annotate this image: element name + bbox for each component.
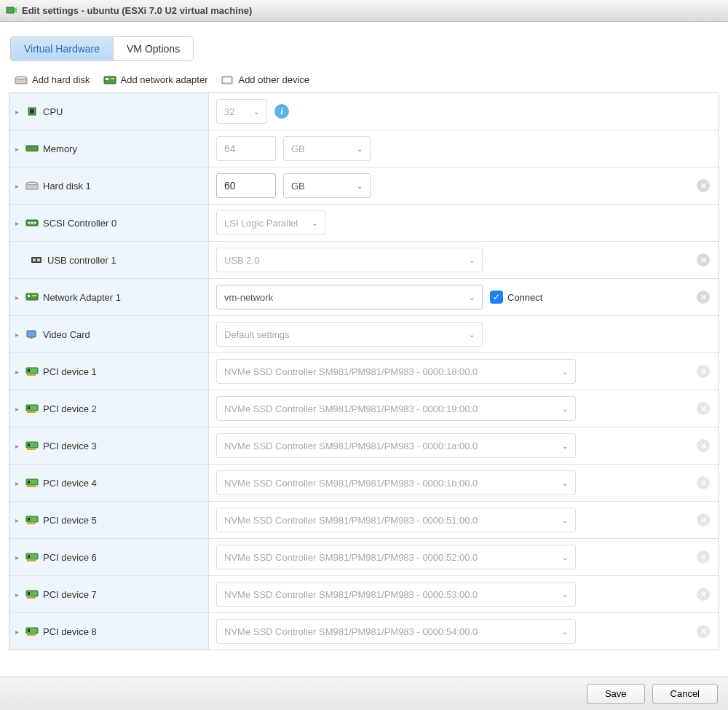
remove-pci-button[interactable]: ✕ — [697, 551, 710, 564]
row-pci-device-7: ▸PCI device 7NVMe SSD Controller SM981/P… — [9, 576, 719, 613]
network-adapter-icon — [103, 75, 116, 85]
tab-virtual-hardware[interactable]: Virtual Hardware — [11, 37, 113, 60]
pci-card-icon — [25, 403, 39, 414]
chevron-down-icon: ⌄ — [253, 108, 259, 116]
remove-pci-button[interactable]: ✕ — [697, 439, 710, 452]
memory-value-input[interactable] — [216, 136, 276, 161]
svg-rect-53 — [27, 634, 36, 636]
remove-disk-button[interactable]: ✕ — [697, 179, 710, 192]
expand-caret-icon[interactable]: ▸ — [15, 405, 21, 413]
svg-rect-52 — [28, 629, 30, 632]
svg-rect-50 — [27, 596, 36, 599]
row-cpu-label: CPU — [43, 106, 63, 117]
svg-rect-13 — [31, 151, 33, 152]
svg-point-20 — [31, 222, 33, 224]
info-icon[interactable]: i — [274, 104, 289, 119]
row-video-card: ▸ Video Card Default settings⌄ — [9, 316, 719, 353]
network-select[interactable]: vm-network⌄ — [216, 285, 483, 309]
scsi-type-select[interactable]: LSI Logic Parallel⌄ — [216, 210, 325, 235]
remove-usb-button[interactable]: ✕ — [697, 253, 710, 267]
add-other-device-button[interactable]: Add other device — [221, 74, 309, 85]
row-pci-label: PCI device 5 — [43, 515, 97, 526]
disk-size-input[interactable] — [216, 173, 276, 198]
cpu-count-select[interactable]: 32⌄ — [216, 99, 267, 124]
row-pci-device-6: ▸PCI device 6NVMe SSD Controller SM981/P… — [9, 539, 719, 576]
chevron-down-icon: ⌄ — [562, 591, 568, 599]
chevron-down-icon: ⌄ — [312, 219, 317, 227]
row-net-controls: vm-network⌄ ✓ Connect ✕ — [209, 279, 719, 315]
add-hard-disk-button[interactable]: Add hard disk — [15, 74, 90, 85]
hard-disk-icon — [25, 180, 39, 192]
pci-device-select[interactable]: NVMe SSD Controller SM981/PM981/PM983 - … — [216, 470, 576, 495]
row-pci-label: PCI device 4 — [43, 478, 97, 489]
tab-vm-options[interactable]: VM Options — [113, 37, 193, 60]
chevron-down-icon: ⌄ — [357, 145, 363, 153]
expand-caret-icon[interactable]: ▸ — [15, 219, 21, 227]
svg-rect-49 — [28, 592, 30, 595]
disk-unit-select[interactable]: GB⌄ — [283, 173, 371, 198]
remove-pci-button[interactable]: ✕ — [697, 402, 710, 415]
remove-pci-button[interactable]: ✕ — [697, 588, 710, 601]
remove-pci-button[interactable]: ✕ — [697, 625, 710, 638]
svg-rect-38 — [27, 448, 36, 450]
add-hard-disk-label: Add hard disk — [32, 74, 90, 85]
usb-type-select[interactable]: USB 2.0⌄ — [216, 248, 483, 272]
row-memory-label-cell: ▸ Memory — [9, 130, 209, 167]
expand-caret-icon[interactable]: ▸ — [15, 293, 21, 301]
svg-rect-29 — [30, 337, 33, 339]
connect-checkbox[interactable]: ✓ — [490, 291, 503, 304]
memory-icon — [25, 143, 39, 154]
save-button[interactable]: Save — [587, 684, 645, 704]
remove-pci-button[interactable]: ✕ — [697, 513, 710, 526]
expand-caret-icon[interactable]: ▸ — [15, 516, 21, 524]
pci-device-select[interactable]: NVMe SSD Controller SM981/PM981/PM983 - … — [216, 582, 576, 607]
remove-pci-button[interactable]: ✕ — [697, 365, 710, 378]
pci-device-select[interactable]: NVMe SSD Controller SM981/PM981/PM983 - … — [216, 433, 576, 458]
row-hard-disk-1: ▸ Hard disk 1 GB⌄ ✕ — [9, 167, 719, 205]
expand-caret-icon[interactable]: ▸ — [15, 553, 21, 561]
remove-network-button[interactable]: ✕ — [697, 291, 710, 304]
row-pci-label-cell: ▸PCI device 6 — [9, 539, 209, 575]
row-scsi-label-cell: ▸ SCSI Controller 0 — [9, 205, 209, 241]
row-cpu-controls: 32⌄ i — [209, 93, 719, 130]
video-settings-select[interactable]: Default settings⌄ — [216, 322, 483, 347]
expand-caret-icon[interactable]: ▸ — [15, 368, 21, 376]
svg-rect-40 — [28, 481, 30, 484]
expand-caret-icon[interactable]: ▸ — [15, 442, 21, 450]
expand-caret-icon[interactable]: ▸ — [15, 628, 21, 636]
expand-caret-icon[interactable]: ▸ — [15, 108, 21, 116]
add-network-adapter-label: Add network adapter — [121, 74, 208, 85]
hardware-table: ▸ CPU 32⌄ i ▸ Memory GB⌄ ▸ — [9, 92, 719, 650]
row-usb-label: USB controller 1 — [47, 255, 116, 266]
pci-device-select[interactable]: NVMe SSD Controller SM981/PM981/PM983 - … — [216, 545, 576, 569]
row-video-label-cell: ▸ Video Card — [9, 316, 209, 352]
row-pci-controls: NVMe SSD Controller SM981/PM981/PM983 - … — [209, 353, 719, 390]
svg-point-21 — [34, 222, 36, 224]
add-network-adapter-button[interactable]: Add network adapter — [103, 74, 208, 85]
pci-device-select[interactable]: NVMe SSD Controller SM981/PM981/PM983 - … — [216, 619, 576, 644]
row-net-label: Network Adapter 1 — [43, 292, 121, 303]
dialog-footer: Save Cancel — [0, 677, 728, 710]
pci-device-select[interactable]: NVMe SSD Controller SM981/PM981/PM983 - … — [216, 508, 576, 532]
pci-device-select[interactable]: NVMe SSD Controller SM981/PM981/PM983 - … — [216, 396, 576, 421]
svg-point-17 — [26, 182, 38, 185]
expand-caret-icon[interactable]: ▸ — [15, 145, 21, 153]
pci-card-icon — [25, 626, 39, 637]
cancel-button[interactable]: Cancel — [652, 684, 718, 704]
memory-unit-select[interactable]: GB⌄ — [283, 136, 371, 161]
expand-caret-icon[interactable]: ▸ — [15, 182, 21, 190]
row-pci-device-8: ▸PCI device 8NVMe SSD Controller SM981/P… — [9, 613, 719, 650]
pci-device-select[interactable]: NVMe SSD Controller SM981/PM981/PM983 - … — [216, 359, 576, 384]
expand-caret-icon[interactable]: ▸ — [15, 331, 21, 339]
titlebar: Edit settings - ubuntu (ESXi 7.0 U2 virt… — [0, 0, 728, 22]
remove-pci-button[interactable]: ✕ — [697, 476, 710, 489]
row-pci-controls: NVMe SSD Controller SM981/PM981/PM983 - … — [209, 465, 719, 501]
row-pci-controls: NVMe SSD Controller SM981/PM981/PM983 - … — [209, 502, 719, 538]
expand-caret-icon[interactable]: ▸ — [15, 591, 21, 599]
row-pci-label: PCI device 3 — [43, 441, 97, 451]
expand-caret-icon[interactable]: ▸ — [15, 479, 21, 487]
pci-card-icon — [25, 514, 39, 526]
svg-rect-12 — [29, 151, 31, 152]
row-pci-controls: NVMe SSD Controller SM981/PM981/PM983 - … — [209, 613, 719, 650]
row-pci-device-2: ▸PCI device 2NVMe SSD Controller SM981/P… — [9, 390, 719, 427]
